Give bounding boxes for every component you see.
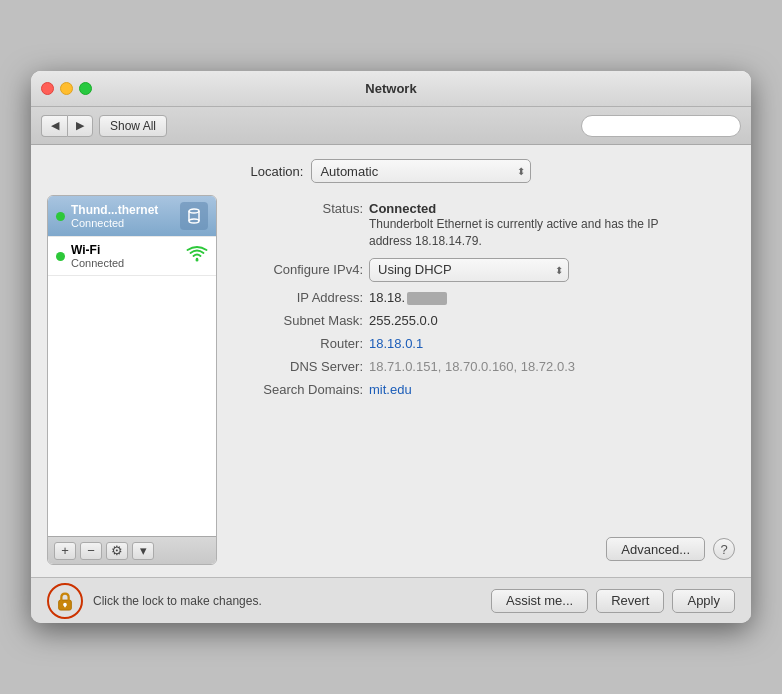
wifi-info: Wi-Fi Connected [71, 243, 180, 269]
ip-label: IP Address: [239, 290, 369, 305]
location-row: Location: Automatic ⬍ [47, 159, 735, 183]
configure-label: Configure IPv4: [239, 262, 369, 277]
show-all-button[interactable]: Show All [99, 115, 167, 137]
svg-point-4 [196, 259, 199, 262]
status-label: Status: [239, 201, 369, 216]
ip-prefix: 18.18. [369, 290, 405, 305]
location-select[interactable]: Automatic [311, 159, 531, 183]
search-domains-row: Search Domains: mit.edu [239, 382, 735, 397]
lock-icon [55, 591, 75, 611]
thunderbolt-icon [180, 202, 208, 230]
svg-point-0 [189, 209, 199, 213]
svg-point-1 [189, 219, 199, 223]
wifi-icon [186, 245, 208, 267]
lock-button[interactable] [47, 583, 83, 619]
status-row: Status: Connected Thunderbolt Ethernet i… [239, 201, 735, 250]
remove-connection-button[interactable]: − [80, 542, 102, 560]
search-domains-label: Search Domains: [239, 382, 369, 397]
location-select-wrapper: Automatic ⬍ [311, 159, 531, 183]
revert-button[interactable]: Revert [596, 589, 664, 613]
minimize-button[interactable] [60, 82, 73, 95]
router-value: 18.18.0.1 [369, 336, 423, 351]
content-area: Location: Automatic ⬍ Thund...thernet [31, 145, 751, 577]
more-button[interactable]: ▾ [132, 542, 154, 560]
wifi-status-dot [56, 252, 65, 261]
advanced-button[interactable]: Advanced... [606, 537, 705, 561]
dns-label: DNS Server: [239, 359, 369, 374]
lock-text: Click the lock to make changes. [93, 594, 481, 608]
thunderbolt-info: Thund...thernet Connected [71, 203, 174, 229]
bottom-bar: Click the lock to make changes. Assist m… [31, 577, 751, 623]
bottom-buttons: Assist me... Revert Apply [491, 589, 735, 613]
apply-button[interactable]: Apply [672, 589, 735, 613]
configure-select[interactable]: Using DHCP [369, 258, 569, 282]
main-panel: Thund...thernet Connected [47, 195, 735, 565]
forward-button[interactable]: ▶ [67, 115, 93, 137]
nav-buttons: ◀ ▶ [41, 115, 93, 137]
detail-footer: Advanced... ? [229, 531, 735, 565]
router-label: Router: [239, 336, 369, 351]
status-value: Connected [369, 201, 669, 216]
traffic-lights [41, 82, 92, 95]
close-button[interactable] [41, 82, 54, 95]
wifi-name: Wi-Fi [71, 243, 180, 257]
dns-row: DNS Server: 18.71.0.151, 18.70.0.160, 18… [239, 359, 735, 374]
search-domains-value: mit.edu [369, 382, 412, 397]
wifi-status: Connected [71, 257, 180, 269]
thunderbolt-name: Thund...thernet [71, 203, 174, 217]
thunderbolt-status-dot [56, 212, 65, 221]
status-description: Thunderbolt Ethernet is currently active… [369, 216, 669, 250]
ip-value: 18.18. [369, 290, 447, 305]
subnet-label: Subnet Mask: [239, 313, 369, 328]
help-button[interactable]: ? [713, 538, 735, 560]
sidebar-item-thunderbolt[interactable]: Thund...thernet Connected [48, 196, 216, 237]
status-value-area: Connected Thunderbolt Ethernet is curren… [369, 201, 669, 250]
assist-me-button[interactable]: Assist me... [491, 589, 588, 613]
sidebar-list: Thund...thernet Connected [48, 196, 216, 536]
ip-row: IP Address: 18.18. [239, 290, 735, 305]
search-input[interactable] [581, 115, 741, 137]
settings-button[interactable]: ⚙ [106, 542, 128, 560]
toolbar: ◀ ▶ Show All [31, 107, 751, 145]
subnet-row: Subnet Mask: 255.255.0.0 [239, 313, 735, 328]
sidebar-item-wifi[interactable]: Wi-Fi Connected [48, 237, 216, 276]
router-row: Router: 18.18.0.1 [239, 336, 735, 351]
detail-content: Status: Connected Thunderbolt Ethernet i… [229, 195, 735, 531]
ip-blurred [407, 292, 447, 305]
back-button[interactable]: ◀ [41, 115, 67, 137]
subnet-value: 255.255.0.0 [369, 313, 438, 328]
titlebar: Network [31, 71, 751, 107]
sidebar-footer: + − ⚙ ▾ [48, 536, 216, 564]
location-label: Location: [251, 164, 304, 179]
maximize-button[interactable] [79, 82, 92, 95]
thunderbolt-status: Connected [71, 217, 174, 229]
svg-rect-7 [64, 604, 65, 607]
sidebar: Thund...thernet Connected [47, 195, 217, 565]
configure-row: Configure IPv4: Using DHCP ⬍ [239, 258, 735, 282]
configure-select-wrapper: Using DHCP ⬍ [369, 258, 569, 282]
network-window: Network ◀ ▶ Show All Location: Automatic… [31, 71, 751, 623]
add-connection-button[interactable]: + [54, 542, 76, 560]
detail-panel: Status: Connected Thunderbolt Ethernet i… [229, 195, 735, 565]
dns-value: 18.71.0.151, 18.70.0.160, 18.72.0.3 [369, 359, 575, 374]
window-title: Network [365, 81, 416, 96]
